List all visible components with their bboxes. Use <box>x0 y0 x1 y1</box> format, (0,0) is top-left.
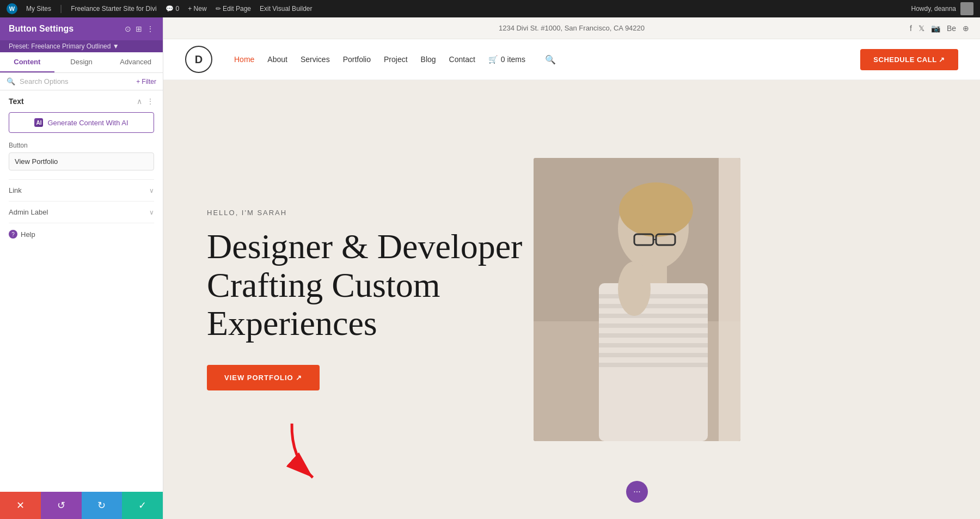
panel-content: Text ∧ ⋮ AI Generate Content With AI But… <box>0 90 163 492</box>
panel-title-icons: ⊙ ⊞ ⋮ <box>125 25 154 33</box>
filter-plus-icon: + <box>136 78 140 86</box>
tab-content[interactable]: Content <box>0 52 54 72</box>
dribbble-icon[interactable]: ⊕ <box>963 24 969 33</box>
panel-grid-icon[interactable]: ⊞ <box>136 25 142 33</box>
svg-rect-18 <box>719 158 740 441</box>
admin-bar-right: Howdy, deanna <box>911 2 974 15</box>
logo-letter: D <box>195 53 203 66</box>
wp-icon[interactable]: W <box>7 3 17 14</box>
admin-comments[interactable]: 💬 0 <box>166 5 180 13</box>
filter-button[interactable]: + Filter <box>136 78 156 86</box>
nav-logo[interactable]: D <box>185 46 212 73</box>
nav-bar: D Home About Services Portfolio Project <box>163 39 980 80</box>
bottom-toolbar: ✕ ↺ ↻ ✓ <box>0 492 163 519</box>
nav-link-portfolio[interactable]: Portfolio <box>343 55 371 64</box>
undo-button[interactable]: ↺ <box>41 492 82 519</box>
admin-label-section: Admin Label ∨ <box>9 201 154 223</box>
hero-subtitle: HELLO, I'M SARAH <box>207 209 534 217</box>
view-portfolio-button[interactable]: VIEW PORTFOLIO ↗ <box>207 365 320 390</box>
button-text-input[interactable] <box>9 152 154 170</box>
admin-comments-count: 0 <box>176 5 180 13</box>
cart-icon: 🛒 <box>488 55 498 64</box>
nav-cart[interactable]: 🛒 0 items <box>488 55 525 64</box>
undo-icon: ↺ <box>57 499 65 511</box>
person-photo <box>534 158 740 441</box>
dots-icon: ··· <box>633 487 640 497</box>
tab-advanced[interactable]: Advanced <box>108 52 163 72</box>
redo-button[interactable]: ↻ <box>82 492 122 519</box>
svg-rect-11 <box>599 353 708 357</box>
admin-site-name[interactable]: Freelance Starter Site for Divi <box>71 5 156 13</box>
admin-label-collapsible-header[interactable]: Admin Label ∨ <box>9 208 154 216</box>
admin-bar: W My Sites | Freelance Starter Site for … <box>0 0 980 17</box>
admin-new-label: + New <box>188 5 206 13</box>
social-icons: f 𝕏 📷 Be ⊕ <box>910 24 969 33</box>
person-svg <box>534 158 740 441</box>
text-section-collapse[interactable]: ∧ <box>137 97 142 106</box>
admin-label-text: Admin Label <box>9 208 48 216</box>
behance-icon[interactable]: Be <box>947 24 956 33</box>
panel-title-text: Button Settings <box>9 24 74 34</box>
cart-count: 0 items <box>501 55 525 64</box>
nav-links: Home About Services Portfolio Project Bl… <box>234 54 860 65</box>
svg-rect-9 <box>599 333 708 338</box>
svg-rect-5 <box>599 294 708 298</box>
nav-link-home[interactable]: Home <box>234 55 254 64</box>
float-dots-menu[interactable]: ··· <box>626 481 648 503</box>
svg-rect-8 <box>599 323 708 328</box>
nav-link-project[interactable]: Project <box>384 55 408 64</box>
search-options-input[interactable] <box>20 77 132 86</box>
facebook-icon[interactable]: f <box>910 24 912 33</box>
main-container: Button Settings ⊙ ⊞ ⋮ Preset: Freelance … <box>0 17 980 519</box>
nav-services-label: Services <box>301 55 330 64</box>
panel-more-icon[interactable]: ⋮ <box>146 25 154 33</box>
hero-title: Designer & Developer Crafting Custom Exp… <box>207 228 534 343</box>
ai-generate-label: Generate Content With AI <box>47 119 128 127</box>
instagram-icon[interactable]: 📷 <box>931 24 940 33</box>
svg-rect-10 <box>599 343 708 347</box>
site-address: 1234 Divi St. #1000, San Francisco, CA 9… <box>499 24 645 32</box>
tab-advanced-label: Advanced <box>120 58 151 66</box>
top-bar-wrapper: 1234 Divi St. #1000, San Francisco, CA 9… <box>163 24 980 32</box>
nav-link-about[interactable]: About <box>267 55 287 64</box>
nav-about-label: About <box>267 55 287 64</box>
text-section-header: Text ∧ ⋮ <box>9 97 154 106</box>
text-section-more[interactable]: ⋮ <box>146 97 154 106</box>
nav-link-blog[interactable]: Blog <box>421 55 436 64</box>
link-collapsible-header[interactable]: Link ∨ <box>9 186 154 194</box>
red-arrow-svg <box>263 410 347 493</box>
nav-link-services[interactable]: Services <box>301 55 330 64</box>
save-button[interactable]: ✓ <box>122 492 163 519</box>
search-icon: 🔍 <box>7 77 15 86</box>
admin-edit-page[interactable]: ✏ Edit Page <box>216 5 251 13</box>
view-portfolio-label: VIEW PORTFOLIO ↗ <box>224 374 302 382</box>
hero-content: HELLO, I'M SARAH Designer & Developer Cr… <box>207 209 534 390</box>
help-link[interactable]: Help <box>21 230 35 239</box>
help-icon: ? <box>9 230 17 239</box>
twitter-x-icon[interactable]: 𝕏 <box>918 24 924 33</box>
ai-icon: AI <box>34 118 43 127</box>
save-icon: ✓ <box>138 499 146 511</box>
panel-subtitle[interactable]: Preset: Freelance Primary Outlined ▼ <box>0 40 163 52</box>
admin-edit-label: ✏ Edit Page <box>216 5 251 13</box>
link-chevron-icon: ∨ <box>149 187 154 194</box>
schedule-call-button[interactable]: SCHEDULE CALL ↗ <box>860 49 958 70</box>
ai-generate-button[interactable]: AI Generate Content With AI <box>9 112 154 133</box>
admin-howdy: Howdy, deanna <box>911 5 957 13</box>
button-field-label: Button <box>9 142 154 149</box>
cancel-button[interactable]: ✕ <box>0 492 41 519</box>
panel-search-icon[interactable]: ⊙ <box>125 25 131 33</box>
admin-avatar[interactable] <box>960 2 973 15</box>
admin-my-sites[interactable]: My Sites <box>26 5 51 13</box>
nav-search-icon[interactable]: 🔍 <box>545 54 556 65</box>
admin-exit-builder[interactable]: Exit Visual Builder <box>260 5 313 13</box>
admin-exit-label: Exit Visual Builder <box>260 5 313 13</box>
nav-project-label: Project <box>384 55 408 64</box>
nav-link-contact[interactable]: Contact <box>449 55 475 64</box>
right-content: 1234 Divi St. #1000, San Francisco, CA 9… <box>163 17 980 519</box>
help-section: ? Help <box>9 223 154 245</box>
admin-new[interactable]: + New <box>188 5 206 13</box>
hero-image <box>534 158 740 441</box>
hero-section: HELLO, I'M SARAH Designer & Developer Cr… <box>163 80 980 519</box>
tab-design[interactable]: Design <box>54 52 109 72</box>
